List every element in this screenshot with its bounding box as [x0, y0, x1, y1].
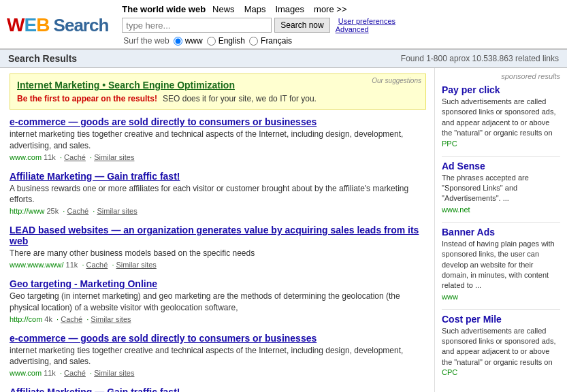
result-title-3[interactable]: Geo targeting - Marketing Online — [10, 278, 426, 289]
our-suggestions-label: Our suggestions — [372, 77, 421, 84]
results-bar: Search Results Found 1-800 aprox 10.538.… — [0, 49, 567, 68]
result-cache-0[interactable]: Caché — [64, 153, 86, 161]
result-item: e-commerce — goods are sold directly to … — [10, 116, 426, 161]
ad-title-link[interactable]: Internet Marketing • Search Engine Optim… — [17, 80, 419, 91]
radio-english-label[interactable]: English — [218, 36, 245, 46]
result-cache-4[interactable]: Caché — [64, 369, 86, 377]
result-size-2: 11k — [66, 261, 78, 269]
result-url-2: www.www.www/ — [10, 261, 63, 269]
radio-francais[interactable] — [249, 37, 258, 46]
sp-kw-3: CPC — [442, 368, 560, 376]
result-size-0: 11k — [44, 153, 56, 161]
logo-w: W — [7, 14, 24, 35]
radio-francais-group: Français — [249, 36, 292, 46]
ad-subtitle: Be the first to appear on the results! — [17, 94, 157, 103]
result-item: LEAD based websites — an organization ge… — [10, 225, 426, 269]
sp-title-1[interactable]: Ad Sense — [442, 161, 560, 172]
result-title-0[interactable]: e-commerce — goods are sold directly to … — [10, 116, 426, 127]
result-item: e-commerce — goods are sold directly to … — [10, 333, 426, 378]
result-meta-3: http://com 4k · Caché · Similar sites — [10, 315, 426, 323]
result-similar-0[interactable]: Similar sites — [94, 153, 134, 161]
result-url-3: http://com — [10, 315, 42, 323]
nav-news[interactable]: News — [212, 4, 235, 14]
result-item: Affiliate Marketing — Gain traffic fast!… — [10, 387, 426, 392]
result-meta-2: www.www.www/ 11k · Caché · Similar sites — [10, 261, 426, 269]
sponsored-item: Banner Ads Instead of having plain pages… — [442, 227, 560, 301]
result-cache-3[interactable]: Caché — [61, 315, 82, 323]
result-size-1: 25k — [46, 207, 59, 215]
result-item: Geo targeting - Marketing Online Geo tar… — [10, 278, 426, 323]
sp-desc-2: Instead of having plain pages with spons… — [442, 239, 560, 291]
main-content: Our suggestions Internet Marketing • Sea… — [0, 68, 567, 392]
sponsored-label: sponsored results — [442, 72, 560, 80]
result-url-1: http://www — [10, 207, 44, 215]
result-title-2[interactable]: LEAD based websites — an organization ge… — [10, 225, 426, 246]
result-desc-4: internet marketing ties together creativ… — [10, 345, 426, 368]
result-similar-2[interactable]: Similar sites — [116, 261, 157, 269]
nav-images[interactable]: Images — [275, 4, 304, 14]
result-desc-1: A business rewards one or more affiliate… — [10, 183, 426, 206]
filter-bar: Surf the web www English Français — [122, 36, 560, 46]
results-list: e-commerce — goods are sold directly to … — [10, 116, 426, 392]
sponsored-item: Cost per Mile Such advertisements are ca… — [442, 314, 560, 377]
result-cache-2[interactable]: Caché — [86, 261, 108, 269]
advanced-link[interactable]: Advanced — [336, 25, 395, 33]
result-meta-0: www.com 11k · Caché · Similar sites — [10, 153, 426, 161]
world-wide-web-label: The world wide web — [122, 4, 206, 14]
ad-box: Our suggestions Internet Marketing • Sea… — [10, 74, 426, 110]
result-item: Affiliate Marketing — Gain traffic fast!… — [10, 171, 426, 216]
sp-title-3[interactable]: Cost per Mile — [442, 314, 560, 325]
search-bar: Search now User preferences Advanced — [122, 17, 560, 33]
top-nav: The world wide web News Maps Images more… — [122, 4, 560, 14]
search-input[interactable] — [122, 18, 272, 33]
logo-search: Search — [49, 15, 108, 35]
sidebar-divider — [442, 309, 560, 310]
result-similar-1[interactable]: Similar sites — [97, 207, 137, 215]
logo: WEB Search — [7, 14, 108, 36]
radio-francais-label[interactable]: Français — [261, 36, 292, 46]
user-preferences-link[interactable]: User preferences — [338, 17, 395, 25]
results-column: Our suggestions Internet Marketing • Sea… — [0, 68, 434, 392]
result-meta-1: http://www 25k · Caché · Similar sites — [10, 207, 426, 215]
search-button[interactable]: Search now — [274, 18, 329, 33]
result-title-1[interactable]: Affiliate Marketing — Gain traffic fast! — [10, 171, 426, 182]
radio-english-group: English — [207, 36, 245, 46]
radio-www-label[interactable]: www — [185, 36, 203, 46]
result-size-4: 11k — [44, 369, 56, 377]
result-desc-0: internet marketing ties together creativ… — [10, 129, 426, 152]
radio-english[interactable] — [207, 37, 216, 46]
logo-e: E — [24, 14, 36, 35]
sp-title-0[interactable]: Pay per click — [442, 84, 560, 95]
radio-www[interactable] — [174, 37, 182, 46]
result-size-3: 4k — [44, 315, 52, 323]
header: WEB Search The world wide web News Maps … — [0, 0, 567, 49]
result-desc-3: Geo targeting (in internet marketing) an… — [10, 291, 426, 314]
sp-kw-0: PPC — [442, 140, 560, 148]
result-title-4[interactable]: e-commerce — goods are sold directly to … — [10, 333, 426, 344]
results-count: Found 1-800 aprox 10.538.863 related lin… — [401, 54, 559, 63]
result-meta-4: www.com 11k · Caché · Similar sites — [10, 369, 426, 377]
radio-www-group: www — [174, 36, 203, 46]
result-title-5[interactable]: Affiliate Marketing — Gain traffic fast! — [10, 387, 426, 392]
sidebar-divider — [442, 156, 560, 157]
sp-title-2[interactable]: Banner Ads — [442, 227, 560, 238]
sp-url-2: www — [442, 293, 560, 301]
result-url-0: www.com — [10, 153, 42, 161]
result-similar-3[interactable]: Similar sites — [91, 315, 131, 323]
ad-desc: SEO does it for your site, we do IT for … — [163, 94, 317, 103]
sidebar: sponsored results Pay per click Such adv… — [434, 68, 567, 392]
sp-desc-1: The phrases accepted are "Sponsored Link… — [442, 173, 560, 204]
result-cache-1[interactable]: Caché — [67, 207, 88, 215]
sponsored-item: Ad Sense The phrases accepted are "Spons… — [442, 161, 560, 214]
sp-desc-0: Such advertisements are called sponsored… — [442, 97, 560, 139]
result-similar-4[interactable]: Similar sites — [94, 369, 134, 377]
nav-maps[interactable]: Maps — [244, 4, 266, 14]
nav-more[interactable]: more >> — [314, 4, 346, 14]
sidebar-divider — [442, 222, 560, 223]
logo-b: B — [36, 14, 49, 35]
sp-desc-3: Such advertisements are called sponsored… — [442, 326, 560, 368]
nav-area: The world wide web News Maps Images more… — [122, 4, 560, 46]
surf-label: Surf the web — [123, 36, 169, 46]
sponsored-item: Pay per click Such advertisements are ca… — [442, 84, 560, 148]
result-desc-2: There are many other business models bas… — [10, 248, 426, 259]
